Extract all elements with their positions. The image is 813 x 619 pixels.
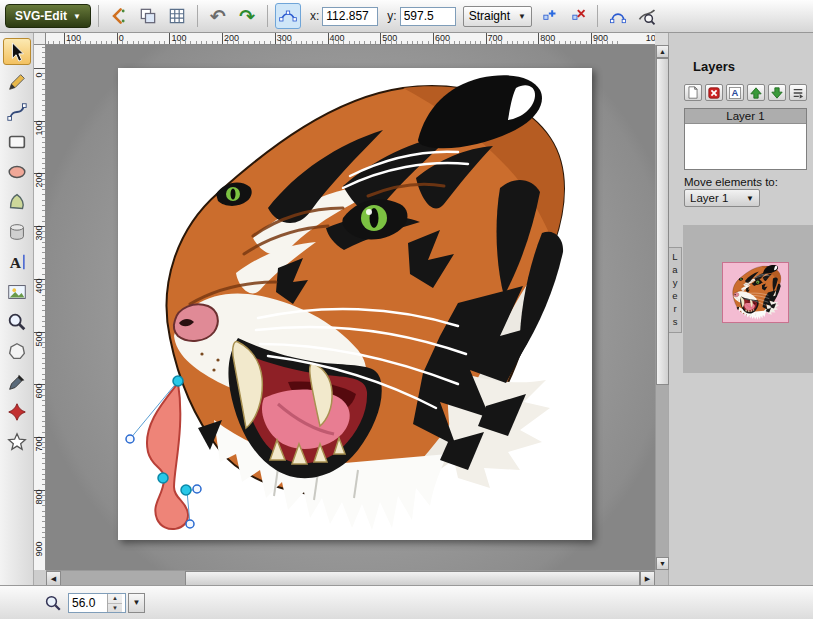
path-control-handle[interactable] [186,520,194,528]
line-tool-button[interactable] [3,98,31,125]
spin-down-icon[interactable]: ▼ [108,604,122,613]
chevron-down-icon: ▼ [518,12,526,21]
line-icon [6,101,28,123]
segment-type-value: Straight [469,9,510,23]
horizontal-scrollbar[interactable]: ◀ ▶ [46,570,655,585]
bottom-bar: ▲ ▼ ▼ [0,585,813,619]
vertical-scrollbar[interactable]: ▲ ▼ [655,45,668,570]
path-control-handle[interactable] [126,435,134,443]
zoom-tool-button[interactable] [3,308,31,335]
image-tool-button[interactable] [3,278,31,305]
panel-preview-area [683,225,813,373]
drawing-thumbnail [723,263,788,322]
left-toolbar: A [0,33,34,585]
scroll-left-icon: ◀ [51,575,56,583]
h-ruler-label: 800 [540,33,555,43]
tiger-artwork[interactable] [167,75,564,530]
delete-layer-button[interactable] [705,84,723,101]
svg-edit-app: SVG-Edit ▼ ↶ ↷ [0,0,813,619]
h-ruler: 1000100200300400500600700800900100 [46,33,655,45]
pencil-icon [6,71,28,93]
v-ruler-label: 900 [34,541,44,557]
zoom-magnifier-icon [44,594,62,612]
segment-type-select[interactable]: Straight ▼ [463,6,532,27]
path-node-y-input[interactable] [400,7,456,26]
star-tool-button[interactable] [3,428,31,455]
svg-text:A: A [9,253,21,270]
drawing-svg[interactable] [118,68,592,540]
vertical-scroll-thumb[interactable] [656,58,669,385]
path-anchor-node[interactable] [173,376,183,386]
path-control-handle[interactable] [193,485,201,493]
delete-icon [708,87,720,99]
layers-panel-toggle-tab[interactable]: Layers [669,247,682,333]
rect-tool-button[interactable] [3,128,31,155]
canvas-workspace[interactable] [46,45,655,570]
open-path-button[interactable] [605,3,631,29]
move-layer-up-button[interactable] [747,84,765,101]
h-ruler-label: 500 [382,33,397,43]
h-ruler-label: 600 [435,33,450,43]
path-tool-button[interactable] [3,188,31,215]
grid-button[interactable] [164,3,190,29]
menu-lines-icon [792,87,804,99]
layer-row-selected[interactable]: Layer 1 [685,109,806,124]
image-icon [6,281,28,303]
path-node-x-input[interactable] [322,7,378,26]
scroll-left-button[interactable]: ◀ [46,571,61,586]
scroll-right-button[interactable]: ▶ [640,571,655,586]
zoom-value-input[interactable] [69,594,107,612]
chevron-left-icon [109,6,129,26]
v-ruler-label: 500 [34,331,44,347]
delete-node-button[interactable] [564,3,590,29]
scroll-down-icon: ▼ [659,560,666,567]
zoom-preset-dropdown[interactable]: ▼ [128,593,145,613]
v-ruler-label: 400 [34,278,44,294]
move-layer-down-button[interactable] [768,84,786,101]
ellipse-tool-button[interactable] [3,158,31,185]
layer-list: Layer 1 [684,108,807,170]
x-coordinate-label: x: [310,9,319,23]
text-icon: A [6,251,28,273]
layer-menu-button[interactable] [789,84,807,101]
svg-text:A: A [732,87,739,98]
clone-node-button[interactable] [535,3,561,29]
redo-icon: ↷ [239,7,255,26]
side-tab-label: Layers [670,251,681,329]
redo-button[interactable]: ↷ [234,3,260,29]
path-anchor-node[interactable] [158,473,168,483]
add-subpath-button[interactable] [634,3,660,29]
scroll-right-icon: ▶ [645,575,650,583]
undo-button[interactable]: ↶ [205,3,231,29]
canvas-page[interactable] [118,68,592,540]
undo-icon: ↶ [210,7,226,26]
pencil-tool-button[interactable] [3,68,31,95]
polygon-icon [6,341,28,363]
select-tool-button[interactable] [3,38,31,65]
new-layer-button[interactable] [684,84,702,101]
clone-button[interactable] [135,3,161,29]
chevron-down-icon: ▼ [746,194,754,203]
v-ruler-label: 100 [34,120,44,136]
eyedropper-tool-button[interactable] [3,368,31,395]
back-button[interactable] [106,3,132,29]
move-target-select[interactable]: Layer 1 ▼ [684,189,760,207]
cylinder-tool-button[interactable] [3,218,31,245]
shape-library-button[interactable] [3,398,31,425]
polygon-tool-button[interactable] [3,338,31,365]
scrollbar-corner [655,570,668,585]
path-anchor-node[interactable] [181,485,191,495]
h-ruler-label: 100 [171,33,186,43]
select-arrow-icon [6,41,28,63]
text-tool-button[interactable]: A [3,248,31,275]
y-coordinate-label: y: [387,9,396,23]
horizontal-scroll-thumb[interactable] [185,571,640,586]
link-control-points-button[interactable] [275,3,301,29]
main-menu-button[interactable]: SVG-Edit ▼ [5,4,91,28]
selected-path[interactable] [147,383,188,529]
scroll-up-button[interactable]: ▲ [656,45,669,58]
spin-up-icon[interactable]: ▲ [108,594,122,604]
rename-layer-button[interactable]: A [726,84,744,101]
logo-label: SVG-Edit [15,9,67,23]
scroll-down-button[interactable]: ▼ [656,557,669,570]
